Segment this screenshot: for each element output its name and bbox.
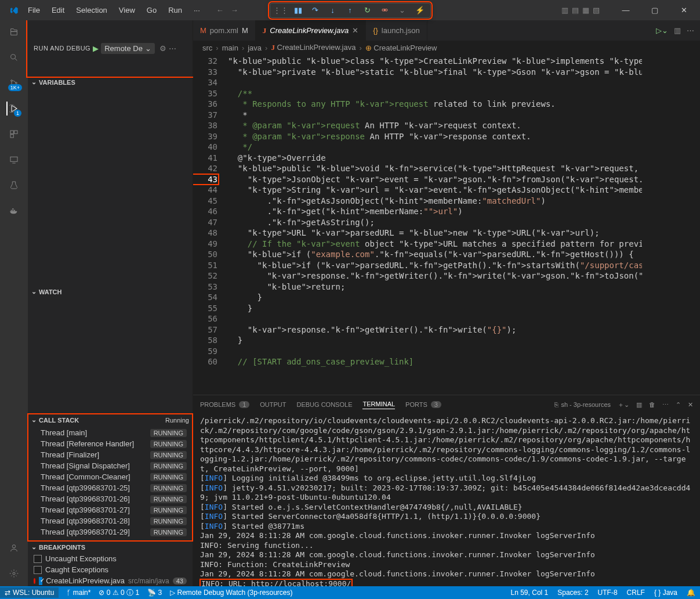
remote-icon[interactable]: [7, 153, 21, 167]
gutter[interactable]: 3233343536373839404142434445464748495051…: [193, 55, 228, 395]
trash-icon[interactable]: 🗑: [649, 401, 655, 408]
menu-selection[interactable]: Selection: [71, 3, 111, 17]
notifications-icon[interactable]: 🔔: [687, 589, 695, 597]
account-icon[interactable]: [7, 541, 21, 555]
debug-icon-active[interactable]: 1: [6, 102, 20, 116]
encoding[interactable]: UTF-8: [598, 589, 618, 597]
debug-status[interactable]: ▷ Remote Debug Watch (3p-resources): [170, 589, 292, 597]
more-icon[interactable]: ⋯: [687, 26, 694, 35]
menu-go[interactable]: Go: [142, 3, 161, 17]
layout-icon[interactable]: ▧: [593, 6, 600, 15]
watch-header[interactable]: ⌄WATCH: [28, 286, 193, 298]
code-editor[interactable]: 3233343536373839404142434445464748495051…: [193, 55, 700, 395]
close-icon[interactable]: ✕: [352, 26, 358, 35]
checkbox[interactable]: [34, 566, 42, 574]
thread-row[interactable]: Thread [qtp399683701-25]RUNNING: [28, 482, 193, 493]
chevron-up-icon[interactable]: ⌃: [676, 401, 681, 409]
breadcrumb-item[interactable]: src: [202, 44, 212, 52]
scm-icon[interactable]: 1K+: [7, 76, 21, 90]
variables-header[interactable]: ⌄VARIABLES: [28, 76, 193, 88]
terminal-selector[interactable]: ⎘sh - 3p-resources: [554, 401, 611, 408]
docker-icon[interactable]: [7, 204, 21, 218]
extensions-icon[interactable]: [7, 127, 21, 141]
panel-tab-ports[interactable]: PORTS3: [405, 401, 441, 408]
callstack-header[interactable]: ⌄CALL STACKRunning: [28, 414, 193, 426]
breadcrumb-item[interactable]: java: [248, 44, 262, 52]
problems-indicator[interactable]: ⊘ 0 ⚠ 0 ⓘ 1: [99, 588, 139, 598]
tab-pom.xml[interactable]: Mpom.xmlM: [193, 20, 256, 41]
minimap[interactable]: [642, 55, 700, 395]
step-over-icon[interactable]: ↷: [311, 6, 320, 15]
run-icon[interactable]: ▷⌄: [656, 26, 668, 35]
disconnect-icon[interactable]: ⚮: [380, 6, 390, 15]
panel-tab-debug console[interactable]: DEBUG CONSOLE: [297, 401, 353, 408]
layout-icon[interactable]: ▦: [582, 6, 589, 15]
eol[interactable]: CRLF: [627, 589, 645, 597]
breakpoint-row[interactable]: Uncaught Exceptions: [28, 553, 193, 564]
cursor-position[interactable]: Ln 59, Col 1: [511, 589, 549, 597]
layout-controls[interactable]: ▥ ▤ ▦ ▧: [561, 6, 600, 15]
thread-row[interactable]: Thread [main]RUNNING: [28, 427, 193, 438]
explorer-icon[interactable]: [7, 25, 21, 39]
remote-indicator[interactable]: ⇄WSL: Ubuntu: [0, 587, 59, 598]
breadcrumb[interactable]: src›main›java›J CreateLinkPreview.java›⊕…: [193, 41, 700, 55]
menu-view[interactable]: View: [114, 3, 140, 17]
step-into-icon[interactable]: ↓: [328, 6, 338, 15]
thread-row[interactable]: Thread [Common-Cleaner]RUNNING: [28, 471, 193, 482]
panel-tab-terminal[interactable]: TERMINAL: [362, 400, 395, 409]
play-icon[interactable]: ▶: [93, 44, 99, 53]
restart-icon[interactable]: ↻: [363, 6, 372, 15]
close-icon[interactable]: ✕: [688, 401, 693, 409]
breadcrumb-item[interactable]: ⊕ CreateLinkPreview: [365, 44, 437, 52]
thread-row[interactable]: Thread [qtp399683701-28]RUNNING: [28, 515, 193, 526]
menu-file[interactable]: File: [23, 3, 45, 17]
split-terminal-icon[interactable]: ▥: [636, 401, 642, 409]
gear-icon[interactable]: ⚙: [159, 44, 166, 53]
breakpoint-row[interactable]: Caught Exceptions: [28, 564, 193, 575]
drag-handle-icon[interactable]: ⋮⋮: [276, 6, 285, 15]
tab-CreateLinkPreview.java[interactable]: JCreateLinkPreview.java✕: [256, 20, 366, 41]
layout-icon[interactable]: ▤: [572, 6, 579, 15]
ports-indicator[interactable]: 📡 3: [147, 589, 162, 597]
minimize-icon[interactable]: —: [614, 6, 637, 15]
breakpoint-row[interactable]: CreateLinkPreview.javasrc/main/java 43: [28, 575, 193, 586]
language-mode[interactable]: { } Java: [654, 589, 677, 597]
code-content[interactable]: "k-blue">public "k-blue">class "k-type">…: [228, 55, 642, 395]
thread-row[interactable]: Thread [qtp399683701-26]RUNNING: [28, 493, 193, 504]
pause-icon[interactable]: ▮▮: [293, 6, 303, 15]
menu-run[interactable]: Run: [164, 3, 187, 17]
maximize-icon[interactable]: ▢: [643, 6, 666, 15]
testing-icon[interactable]: [7, 178, 21, 192]
branch-indicator[interactable]: ᚶ main*: [67, 589, 90, 597]
debug-config-select[interactable]: Remote De⌄: [101, 43, 155, 54]
thread-row[interactable]: Thread [Signal Dispatcher]RUNNING: [28, 460, 193, 471]
more-icon[interactable]: ⋯: [169, 44, 176, 53]
terminal-content[interactable]: /pierrick/.m2/repository/io/cloudevents/…: [193, 414, 700, 586]
thread-row[interactable]: Thread [Finalizer]RUNNING: [28, 449, 193, 460]
indentation[interactable]: Spaces: 2: [557, 589, 588, 597]
settings-icon[interactable]: [7, 566, 21, 580]
thread-row[interactable]: Thread [qtp399683701-27]RUNNING: [28, 504, 193, 515]
breadcrumb-item[interactable]: J CreateLinkPreview.java: [271, 43, 356, 52]
back-icon[interactable]: ←: [216, 6, 224, 15]
nav-arrows[interactable]: ← →: [216, 6, 238, 15]
lightning-icon[interactable]: ⚡: [415, 6, 425, 15]
thread-row[interactable]: Thread [qtp399683701-29]RUNNING: [28, 526, 193, 537]
more-icon[interactable]: ⋯: [662, 401, 669, 409]
layout-icon[interactable]: ▥: [561, 6, 568, 15]
step-out-icon[interactable]: ↑: [346, 6, 355, 15]
checkbox[interactable]: [39, 577, 42, 585]
panel-tab-problems[interactable]: PROBLEMS1: [200, 401, 249, 408]
checkbox[interactable]: [34, 555, 42, 563]
thread-row[interactable]: Thread [Reference Handler]RUNNING: [28, 438, 193, 449]
tab-launch.json[interactable]: {}launch.json: [366, 20, 427, 41]
menu-···[interactable]: ···: [189, 3, 205, 17]
split-icon[interactable]: ▥: [674, 26, 681, 35]
forward-icon[interactable]: →: [231, 6, 238, 15]
search-icon[interactable]: [7, 50, 21, 64]
add-terminal-icon[interactable]: ＋⌄: [618, 400, 629, 409]
breakpoints-header[interactable]: ⌄BREAKPOINTS: [28, 541, 193, 553]
breadcrumb-item[interactable]: main: [222, 44, 238, 52]
panel-tab-output[interactable]: OUTPUT: [260, 401, 286, 408]
chevron-down-icon[interactable]: ⌄: [398, 6, 407, 15]
